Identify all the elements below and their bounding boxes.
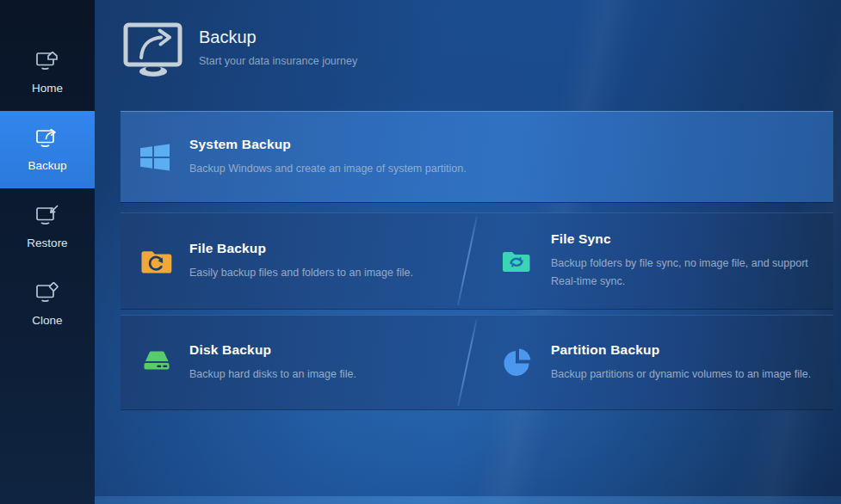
card-title: Partition Backup bbox=[551, 342, 811, 358]
backup-row-disk: Disk Backup Backup hard disks to an imag… bbox=[121, 315, 833, 409]
card-title: File Sync bbox=[551, 231, 833, 247]
backup-monitor-large-icon bbox=[123, 22, 185, 79]
main-panel: Backup Start your data insurance journey… bbox=[95, 0, 841, 504]
backup-monitor-icon bbox=[34, 127, 60, 153]
card-title: System Backup bbox=[189, 137, 467, 152]
system-backup-card[interactable]: System Backup Backup Windows and create … bbox=[121, 111, 833, 202]
card-description: Backup Windows and create an image of sy… bbox=[189, 160, 467, 178]
sidebar-item-restore[interactable]: Restore bbox=[0, 188, 95, 266]
file-backup-folder-icon bbox=[139, 247, 189, 275]
file-sync-folder-icon bbox=[501, 249, 551, 274]
card-description: Backup folders by file sync, no image fi… bbox=[551, 255, 833, 290]
page-title: Backup bbox=[199, 28, 357, 47]
clone-monitor-icon bbox=[34, 282, 60, 308]
file-backup-card[interactable]: File Backup Easily backup files and fold… bbox=[121, 213, 467, 309]
sidebar-item-label: Clone bbox=[32, 314, 62, 327]
card-description: Backup hard disks to an image file. bbox=[189, 366, 356, 384]
sidebar-item-label: Home bbox=[32, 82, 63, 95]
card-title: Disk Backup bbox=[189, 342, 356, 358]
app-window: Home Backup Re bbox=[0, 0, 841, 504]
sidebar-item-home[interactable]: Home bbox=[0, 34, 95, 111]
disk-backup-card[interactable]: Disk Backup Backup hard disks to an imag… bbox=[121, 316, 467, 409]
partition-backup-card[interactable]: Partition Backup Backup partitions or dy… bbox=[467, 316, 833, 409]
page-header: Backup Start your data insurance journey bbox=[95, 0, 841, 79]
sidebar-item-backup[interactable]: Backup bbox=[0, 111, 95, 188]
sidebar-item-label: Backup bbox=[28, 159, 66, 172]
windows-logo-icon bbox=[139, 144, 189, 171]
card-description: Backup partitions or dynamic volumes to … bbox=[551, 366, 811, 384]
file-sync-card[interactable]: File Sync Backup folders by file sync, n… bbox=[467, 213, 833, 309]
card-description: Easily backup files and folders to an im… bbox=[189, 264, 413, 282]
sidebar-item-clone[interactable]: Clone bbox=[0, 266, 95, 343]
hard-disk-icon bbox=[139, 348, 189, 377]
sidebar: Home Backup Re bbox=[0, 0, 95, 504]
home-monitor-icon bbox=[34, 50, 60, 76]
page-subtitle: Start your data insurance journey bbox=[199, 55, 357, 67]
backup-row-files: File Backup Easily backup files and fold… bbox=[121, 212, 833, 309]
partition-pie-icon bbox=[501, 347, 551, 378]
sidebar-item-label: Restore bbox=[27, 237, 67, 249]
restore-monitor-icon bbox=[34, 205, 60, 230]
card-title: File Backup bbox=[189, 241, 413, 256]
